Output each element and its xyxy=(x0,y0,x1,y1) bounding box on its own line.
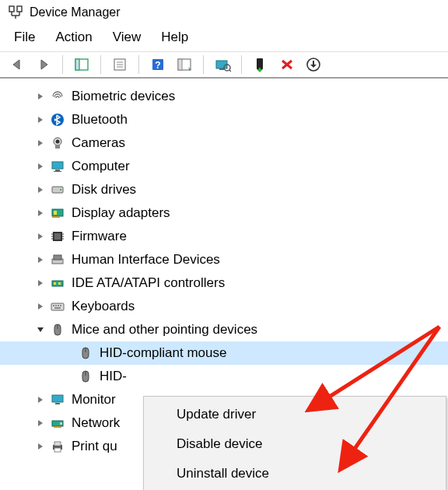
chevron-right-icon[interactable] xyxy=(34,254,47,266)
toolbar-separator xyxy=(241,55,242,74)
svg-rect-37 xyxy=(54,233,61,240)
chevron-right-icon[interactable] xyxy=(34,440,47,453)
bluetooth-icon xyxy=(50,112,65,128)
svg-rect-64 xyxy=(54,426,61,428)
tree-node[interactable]: Mice and other pointing devices xyxy=(0,318,448,341)
svg-rect-47 xyxy=(54,282,56,285)
tree-label: Display adapters xyxy=(72,205,170,221)
tree-node-selected[interactable]: HID-compliant mouse xyxy=(0,341,448,365)
tree-node[interactable]: Display adapters xyxy=(0,201,448,225)
tree-node[interactable]: Cameras xyxy=(0,131,448,155)
svg-rect-35 xyxy=(52,216,60,218)
tree-label: Biometric devices xyxy=(72,89,175,104)
chevron-right-icon[interactable] xyxy=(34,137,47,149)
tree-node[interactable]: HID- xyxy=(0,365,448,388)
show-hide-console-button[interactable] xyxy=(71,55,93,74)
tree-label: Cameras xyxy=(72,135,125,151)
tree-label: Monitor xyxy=(72,392,116,408)
svg-point-26 xyxy=(56,140,60,144)
toolbar: ? xyxy=(0,51,448,79)
tree-label: Print qu xyxy=(72,439,117,454)
svg-rect-50 xyxy=(53,305,54,306)
svg-rect-15 xyxy=(178,59,182,70)
svg-rect-0 xyxy=(9,6,14,12)
chevron-right-icon[interactable] xyxy=(34,114,47,126)
monitor-icon xyxy=(50,392,65,408)
svg-rect-65 xyxy=(60,422,62,425)
tree-node[interactable]: Bluetooth xyxy=(0,108,448,131)
svg-rect-67 xyxy=(54,442,61,446)
tree-node[interactable]: IDE ATA/ATAPI controllers xyxy=(0,271,448,295)
properties-button[interactable] xyxy=(109,55,131,74)
menu-file[interactable]: File xyxy=(14,30,35,45)
chevron-right-icon[interactable] xyxy=(34,160,47,173)
action-button[interactable] xyxy=(173,55,195,74)
tree-label: HID- xyxy=(100,369,127,384)
tree-node[interactable]: Disk drives xyxy=(0,178,448,201)
chevron-right-icon[interactable] xyxy=(34,90,47,103)
context-menu-update-driver[interactable]: Update driver xyxy=(144,400,446,429)
tree-node[interactable]: Keyboards xyxy=(0,295,448,318)
svg-rect-30 xyxy=(54,171,61,172)
tree-node[interactable]: Biometric devices xyxy=(0,85,448,108)
toolbar-separator xyxy=(62,55,63,74)
menu-view[interactable]: View xyxy=(113,30,142,45)
tree-node[interactable]: Human Interface Devices xyxy=(0,248,448,271)
chevron-right-icon[interactable] xyxy=(34,417,47,429)
mouse-icon xyxy=(50,322,65,338)
chevron-right-icon[interactable] xyxy=(34,394,47,406)
enable-device-button[interactable] xyxy=(250,55,271,74)
chevron-right-icon[interactable] xyxy=(34,230,47,243)
svg-rect-54 xyxy=(54,307,61,309)
back-button[interactable] xyxy=(6,55,28,74)
tree-label: HID-compliant mouse xyxy=(100,345,226,361)
camera-icon xyxy=(50,135,65,151)
svg-rect-49 xyxy=(51,303,64,310)
hid-icon xyxy=(50,252,65,268)
tree-label: Human Interface Devices xyxy=(72,252,220,268)
toolbar-separator xyxy=(138,55,139,74)
svg-rect-29 xyxy=(55,170,60,171)
tree-label: Network xyxy=(72,415,120,431)
printer-icon xyxy=(50,439,65,454)
tree-label: Computer xyxy=(72,159,130,174)
update-driver-button[interactable] xyxy=(303,55,324,74)
svg-rect-28 xyxy=(52,162,63,169)
chevron-down-icon[interactable] xyxy=(34,324,47,336)
svg-rect-62 xyxy=(55,403,60,404)
svg-rect-61 xyxy=(52,395,63,402)
chevron-right-icon[interactable] xyxy=(34,300,47,313)
window-title: Device Manager xyxy=(30,5,121,19)
menu-help[interactable]: Help xyxy=(161,30,188,45)
menu-action[interactable]: Action xyxy=(55,30,92,45)
svg-rect-34 xyxy=(54,211,57,215)
firmware-icon xyxy=(50,229,65,244)
svg-rect-68 xyxy=(54,448,61,452)
svg-text:?: ? xyxy=(155,60,160,71)
svg-rect-45 xyxy=(54,255,61,260)
ide-icon xyxy=(50,275,65,291)
svg-rect-51 xyxy=(55,305,57,306)
context-menu: Update driver Disable device Uninstall d… xyxy=(143,396,446,490)
chevron-right-icon[interactable] xyxy=(34,207,47,219)
context-menu-disable-device[interactable]: Disable device xyxy=(144,429,446,459)
computer-icon xyxy=(50,159,65,174)
uninstall-device-button[interactable] xyxy=(276,55,298,74)
tree-node[interactable]: Firmware xyxy=(0,225,448,248)
help-button[interactable]: ? xyxy=(147,55,169,74)
network-icon xyxy=(50,415,65,431)
menubar: File Action View Help xyxy=(0,23,448,51)
forward-button[interactable] xyxy=(33,55,54,74)
svg-point-32 xyxy=(60,189,61,191)
svg-rect-1 xyxy=(17,6,22,12)
tree-label: IDE ATA/ATAPI controllers xyxy=(72,275,225,291)
context-menu-uninstall-device[interactable]: Uninstall device xyxy=(144,459,446,488)
scan-hardware-button[interactable] xyxy=(212,55,233,74)
toolbar-separator xyxy=(203,55,204,74)
svg-rect-7 xyxy=(75,59,79,70)
fingerprint-icon xyxy=(50,89,65,104)
tree-node[interactable]: Computer xyxy=(0,155,448,178)
chevron-right-icon[interactable] xyxy=(34,277,47,289)
titlebar: Device Manager xyxy=(0,0,448,23)
chevron-right-icon[interactable] xyxy=(34,184,47,196)
